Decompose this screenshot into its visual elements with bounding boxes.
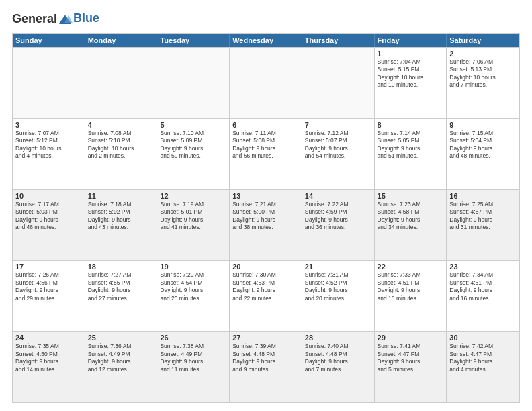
- day-info: Sunrise: 7:33 AM Sunset: 4:51 PM Dayligh…: [378, 271, 444, 302]
- calendar-cell: 3Sunrise: 7:07 AM Sunset: 5:12 PM Daylig…: [13, 119, 85, 189]
- calendar-cell: 11Sunrise: 7:18 AM Sunset: 5:02 PM Dayli…: [85, 190, 158, 261]
- calendar-cell: 14Sunrise: 7:22 AM Sunset: 4:59 PM Dayli…: [302, 190, 375, 261]
- day-number: 14: [305, 192, 371, 200]
- day-number: 9: [449, 121, 517, 129]
- day-number: 25: [88, 334, 154, 342]
- calendar-row: 17Sunrise: 7:26 AM Sunset: 4:56 PM Dayli…: [13, 260, 519, 331]
- day-info: Sunrise: 7:18 AM Sunset: 5:02 PM Dayligh…: [88, 201, 154, 232]
- calendar-cell: [302, 48, 375, 118]
- day-number: 1: [378, 50, 444, 58]
- weekday-header: Wednesday: [230, 34, 302, 47]
- calendar-cell: 5Sunrise: 7:10 AM Sunset: 5:09 PM Daylig…: [157, 119, 230, 189]
- calendar-cell: 21Sunrise: 7:31 AM Sunset: 4:52 PM Dayli…: [302, 261, 375, 331]
- day-number: 20: [232, 263, 299, 271]
- calendar-cell: 26Sunrise: 7:38 AM Sunset: 4:49 PM Dayli…: [157, 332, 230, 402]
- day-number: 16: [449, 192, 517, 200]
- logo: General Blue: [12, 12, 99, 26]
- calendar-cell: [85, 48, 158, 118]
- calendar-cell: [157, 48, 230, 118]
- day-number: 5: [160, 121, 226, 129]
- day-number: 11: [88, 192, 154, 200]
- day-number: 2: [449, 50, 517, 58]
- calendar-cell: 7Sunrise: 7:12 AM Sunset: 5:07 PM Daylig…: [302, 119, 375, 189]
- day-info: Sunrise: 7:26 AM Sunset: 4:56 PM Dayligh…: [15, 271, 82, 302]
- day-info: Sunrise: 7:31 AM Sunset: 4:52 PM Dayligh…: [305, 271, 371, 302]
- calendar-row: 10Sunrise: 7:17 AM Sunset: 5:03 PM Dayli…: [13, 189, 519, 261]
- calendar-cell: 22Sunrise: 7:33 AM Sunset: 4:51 PM Dayli…: [375, 261, 447, 331]
- day-number: 26: [160, 334, 226, 342]
- calendar-cell: 16Sunrise: 7:25 AM Sunset: 4:57 PM Dayli…: [447, 190, 519, 261]
- calendar-body: 1Sunrise: 7:04 AM Sunset: 5:15 PM Daylig…: [13, 47, 519, 402]
- calendar-cell: 4Sunrise: 7:08 AM Sunset: 5:10 PM Daylig…: [85, 119, 158, 189]
- day-info: Sunrise: 7:22 AM Sunset: 4:59 PM Dayligh…: [305, 201, 371, 232]
- day-info: Sunrise: 7:12 AM Sunset: 5:07 PM Dayligh…: [305, 130, 371, 161]
- day-number: 10: [15, 192, 82, 200]
- weekday-header: Monday: [85, 34, 158, 47]
- day-number: 13: [232, 192, 299, 200]
- day-info: Sunrise: 7:35 AM Sunset: 4:50 PM Dayligh…: [15, 342, 82, 373]
- day-info: Sunrise: 7:38 AM Sunset: 4:49 PM Dayligh…: [160, 342, 226, 373]
- day-info: Sunrise: 7:10 AM Sunset: 5:09 PM Dayligh…: [160, 130, 226, 161]
- day-number: 17: [15, 263, 82, 271]
- weekday-header: Saturday: [447, 34, 519, 47]
- calendar-row: 24Sunrise: 7:35 AM Sunset: 4:50 PM Dayli…: [13, 331, 519, 402]
- calendar-cell: 20Sunrise: 7:30 AM Sunset: 4:53 PM Dayli…: [230, 261, 302, 331]
- calendar-row: 1Sunrise: 7:04 AM Sunset: 5:15 PM Daylig…: [13, 47, 519, 118]
- day-number: 21: [305, 263, 371, 271]
- calendar-cell: 29Sunrise: 7:41 AM Sunset: 4:47 PM Dayli…: [375, 332, 447, 402]
- day-info: Sunrise: 7:36 AM Sunset: 4:49 PM Dayligh…: [88, 342, 154, 373]
- day-info: Sunrise: 7:08 AM Sunset: 5:10 PM Dayligh…: [88, 130, 154, 161]
- calendar-cell: 15Sunrise: 7:23 AM Sunset: 4:58 PM Dayli…: [375, 190, 447, 261]
- calendar-cell: 24Sunrise: 7:35 AM Sunset: 4:50 PM Dayli…: [13, 332, 85, 402]
- day-info: Sunrise: 7:42 AM Sunset: 4:47 PM Dayligh…: [449, 342, 517, 373]
- day-number: 19: [160, 263, 226, 271]
- calendar-cell: 8Sunrise: 7:14 AM Sunset: 5:05 PM Daylig…: [375, 119, 447, 189]
- day-info: Sunrise: 7:40 AM Sunset: 4:48 PM Dayligh…: [305, 342, 371, 373]
- day-number: 30: [449, 334, 517, 342]
- day-info: Sunrise: 7:41 AM Sunset: 4:47 PM Dayligh…: [378, 342, 444, 373]
- day-number: 6: [232, 121, 299, 129]
- day-info: Sunrise: 7:14 AM Sunset: 5:05 PM Dayligh…: [378, 130, 444, 161]
- day-info: Sunrise: 7:34 AM Sunset: 4:51 PM Dayligh…: [449, 271, 517, 302]
- page: General Blue SundayMondayTuesdayWednesda…: [0, 0, 532, 411]
- calendar-cell: 17Sunrise: 7:26 AM Sunset: 4:56 PM Dayli…: [13, 261, 85, 331]
- calendar-cell: 30Sunrise: 7:42 AM Sunset: 4:47 PM Dayli…: [447, 332, 519, 402]
- day-info: Sunrise: 7:21 AM Sunset: 5:00 PM Dayligh…: [232, 201, 299, 232]
- day-info: Sunrise: 7:07 AM Sunset: 5:12 PM Dayligh…: [15, 130, 82, 161]
- day-number: 8: [378, 121, 444, 129]
- day-info: Sunrise: 7:23 AM Sunset: 4:58 PM Dayligh…: [378, 201, 444, 232]
- calendar-cell: 1Sunrise: 7:04 AM Sunset: 5:15 PM Daylig…: [375, 48, 447, 118]
- weekday-header: Tuesday: [157, 34, 230, 47]
- calendar-cell: 18Sunrise: 7:27 AM Sunset: 4:55 PM Dayli…: [85, 261, 158, 331]
- day-info: Sunrise: 7:11 AM Sunset: 5:08 PM Dayligh…: [232, 130, 299, 161]
- calendar-cell: 25Sunrise: 7:36 AM Sunset: 4:49 PM Dayli…: [85, 332, 158, 402]
- weekday-header: Thursday: [302, 34, 375, 47]
- day-info: Sunrise: 7:17 AM Sunset: 5:03 PM Dayligh…: [15, 201, 82, 232]
- calendar-cell: 9Sunrise: 7:15 AM Sunset: 5:04 PM Daylig…: [447, 119, 519, 189]
- weekday-header: Friday: [375, 34, 447, 47]
- day-info: Sunrise: 7:04 AM Sunset: 5:15 PM Dayligh…: [378, 58, 444, 89]
- calendar-header: SundayMondayTuesdayWednesdayThursdayFrid…: [13, 34, 519, 47]
- calendar-cell: 10Sunrise: 7:17 AM Sunset: 5:03 PM Dayli…: [13, 190, 85, 261]
- day-info: Sunrise: 7:25 AM Sunset: 4:57 PM Dayligh…: [449, 201, 517, 232]
- day-number: 18: [88, 263, 154, 271]
- header: General Blue: [12, 12, 520, 26]
- day-number: 27: [232, 334, 299, 342]
- day-number: 22: [378, 263, 444, 271]
- day-number: 23: [449, 263, 517, 271]
- calendar-cell: 6Sunrise: 7:11 AM Sunset: 5:08 PM Daylig…: [230, 119, 302, 189]
- calendar-cell: 27Sunrise: 7:39 AM Sunset: 4:48 PM Dayli…: [230, 332, 302, 402]
- calendar-cell: 19Sunrise: 7:29 AM Sunset: 4:54 PM Dayli…: [157, 261, 230, 331]
- day-number: 28: [305, 334, 371, 342]
- calendar-cell: 23Sunrise: 7:34 AM Sunset: 4:51 PM Dayli…: [447, 261, 519, 331]
- calendar-cell: 12Sunrise: 7:19 AM Sunset: 5:01 PM Dayli…: [157, 190, 230, 261]
- day-info: Sunrise: 7:29 AM Sunset: 4:54 PM Dayligh…: [160, 271, 226, 302]
- calendar-cell: 2Sunrise: 7:06 AM Sunset: 5:13 PM Daylig…: [447, 48, 519, 118]
- day-info: Sunrise: 7:19 AM Sunset: 5:01 PM Dayligh…: [160, 201, 226, 232]
- day-number: 29: [378, 334, 444, 342]
- calendar: SundayMondayTuesdayWednesdayThursdayFrid…: [12, 33, 520, 403]
- day-info: Sunrise: 7:06 AM Sunset: 5:13 PM Dayligh…: [449, 58, 517, 89]
- day-number: 4: [88, 121, 154, 129]
- calendar-cell: 28Sunrise: 7:40 AM Sunset: 4:48 PM Dayli…: [302, 332, 375, 402]
- logo-blue-text: Blue: [73, 11, 99, 26]
